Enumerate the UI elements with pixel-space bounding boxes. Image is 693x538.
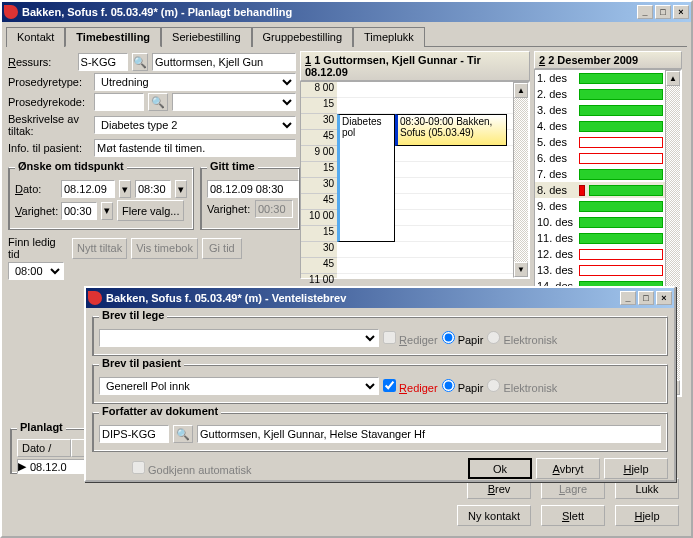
minimize-button[interactable]: _ <box>637 5 653 19</box>
availability-bar <box>579 153 663 164</box>
rediger-lege-check: Rediger <box>383 331 438 346</box>
gitt-varighet <box>255 200 293 218</box>
hjelp-button[interactable]: Hjelp <box>615 505 679 526</box>
dato-time[interactable] <box>135 180 171 198</box>
month-date-label: 10. des <box>535 216 577 228</box>
availability-bar <box>579 169 663 180</box>
dato-input[interactable] <box>61 180 115 198</box>
gitt-legend: Gitt time <box>207 160 258 172</box>
beskrivelse-label: Beskrivelse av tiltak: <box>8 113 90 137</box>
vis-timebok-button[interactable]: Vis timebok <box>131 238 198 259</box>
scroll-up-icon-2[interactable]: ▲ <box>666 71 680 86</box>
app-icon <box>4 5 18 19</box>
forfatter-group: Forfatter av dokument 🔍 <box>92 412 668 452</box>
month-date-label: 8. des <box>535 184 577 196</box>
scroll-up-icon[interactable]: ▲ <box>514 83 528 98</box>
month-day-row[interactable]: 9. des <box>535 198 665 214</box>
appointment-diabetes-pol[interactable]: Diabetes pol <box>337 114 395 242</box>
month-date-label: 5. des <box>535 136 577 148</box>
ok-button[interactable]: Ok <box>468 458 532 479</box>
time-axis: 8 001530459 0015304510 0015304511 00 <box>301 82 337 278</box>
month-day-row[interactable]: 7. des <box>535 166 665 182</box>
month-day-row[interactable]: 2. des <box>535 86 665 102</box>
month-day-row[interactable]: 13. des <box>535 262 665 278</box>
dialog-hjelp-button[interactable]: Hjelp <box>604 458 668 479</box>
tab-kontakt[interactable]: Kontakt <box>6 27 65 47</box>
brev-pasient-select[interactable]: Generell Pol innk <box>99 377 379 395</box>
prosedyretype-label: Prosedyretype: <box>8 76 90 88</box>
finn-ledig-label: Finn ledig tid <box>8 236 68 260</box>
gitt-group: Gitt time Varighet: <box>200 167 300 230</box>
month-header[interactable]: 2 2 Desember 2009 <box>534 51 682 69</box>
ressurs-name[interactable] <box>152 53 296 71</box>
gitt-varighet-label: Varighet: <box>207 203 251 215</box>
time-slot: 10 00 <box>301 210 337 226</box>
month-day-row[interactable]: 6. des <box>535 150 665 166</box>
month-day-row[interactable]: 11. des <box>535 230 665 246</box>
binoculars-icon-3[interactable]: 🔍 <box>173 425 193 443</box>
tab-timeplukk[interactable]: Timeplukk <box>353 27 425 47</box>
ressurs-input[interactable] <box>78 53 128 71</box>
dialog-maximize-button[interactable]: □ <box>638 291 654 305</box>
close-button[interactable]: × <box>673 5 689 19</box>
varighet-input[interactable] <box>61 202 97 220</box>
dialog-title: Bakken, Sofus f. 05.03.49* (m) - Venteli… <box>106 292 618 304</box>
papir-pasient-radio[interactable]: Papir <box>442 379 484 394</box>
forfatter-input[interactable] <box>99 425 169 443</box>
prosedyrekode-select[interactable] <box>172 93 296 111</box>
availability-bar <box>579 105 663 116</box>
bottom-button-bar: Brev Lagre Lukk Ny kontakt Slett Hjelp <box>457 478 679 526</box>
gitt-value[interactable] <box>207 180 299 198</box>
nytt-tiltak-button[interactable]: Nytt tiltak <box>72 238 127 259</box>
prosedyrekode-input[interactable] <box>94 93 144 111</box>
availability-bar <box>579 73 663 84</box>
dato-label: Dato: <box>15 183 57 195</box>
dialog-close-button[interactable]: × <box>656 291 672 305</box>
dialog-minimize-button[interactable]: _ <box>620 291 636 305</box>
beskrivelse-select[interactable]: Diabetes type 2 <box>94 116 296 134</box>
month-day-row[interactable]: 3. des <box>535 102 665 118</box>
brev-lege-select[interactable] <box>99 329 379 347</box>
availability-bar <box>579 201 663 212</box>
spinner-icon-2[interactable]: ▾ <box>175 180 187 198</box>
ny-kontakt-button[interactable]: Ny kontakt <box>457 505 531 526</box>
scroll-down-icon[interactable]: ▼ <box>514 262 528 277</box>
month-day-row[interactable]: 1. des <box>535 70 665 86</box>
month-day-row[interactable]: 12. des <box>535 246 665 262</box>
app-icon-dialog <box>88 291 102 305</box>
binoculars-icon-2[interactable]: 🔍 <box>148 93 168 111</box>
prosedyretype-select[interactable]: Utredning <box>94 73 296 91</box>
prosedyrekode-label: Prosedyrekode: <box>8 96 90 108</box>
spinner-icon-3[interactable]: ▾ <box>101 202 113 220</box>
month-day-row[interactable]: 10. des <box>535 214 665 230</box>
month-day-row[interactable]: 5. des <box>535 134 665 150</box>
info-input[interactable] <box>94 139 296 157</box>
avbryt-button[interactable]: Avbryt <box>536 458 600 479</box>
maximize-button[interactable]: □ <box>655 5 671 19</box>
tab-seriebestilling[interactable]: Seriebestilling <box>161 27 251 47</box>
appointment-bakken[interactable]: 08:30-09:00 Bakken, Sofus (05.03.49) <box>395 114 507 146</box>
time-slot: 15 <box>301 98 337 114</box>
schedule-grid[interactable]: Diabetes pol 08:30-09:00 Bakken, Sofus (… <box>337 82 513 278</box>
slett-button[interactable]: Slett <box>541 505 605 526</box>
flere-valg-button[interactable]: Flere valg... <box>117 200 184 221</box>
tab-gruppebestilling[interactable]: Gruppebestilling <box>252 27 354 47</box>
time-select[interactable]: 08:00 <box>8 262 64 280</box>
gi-tid-button[interactable]: Gi tid <box>202 238 242 259</box>
brev-lege-legend: Brev til lege <box>99 309 167 321</box>
spinner-icon[interactable]: ▾ <box>119 180 131 198</box>
tab-timebestilling[interactable]: Timebestilling <box>65 27 161 47</box>
month-date-label: 1. des <box>535 72 577 84</box>
schedule-scrollbar[interactable]: ▲ ▼ <box>513 82 529 278</box>
forfatter-name[interactable] <box>197 425 661 443</box>
month-date-label: 2. des <box>535 88 577 100</box>
schedule-header[interactable]: 1 1 Guttormsen, Kjell Gunnar - Tir 08.12… <box>300 51 530 81</box>
month-day-row[interactable]: 8. des <box>535 182 665 198</box>
papir-lege-radio[interactable]: Papir <box>442 331 484 346</box>
planlagt-th-dato[interactable]: Dato / <box>17 439 71 457</box>
binoculars-icon[interactable]: 🔍 <box>132 53 148 71</box>
month-day-row[interactable]: 4. des <box>535 118 665 134</box>
rediger-pasient-check[interactable]: Rediger <box>383 379 438 394</box>
ressurs-label: Ressurs: <box>8 56 74 68</box>
availability-bar <box>579 217 663 228</box>
